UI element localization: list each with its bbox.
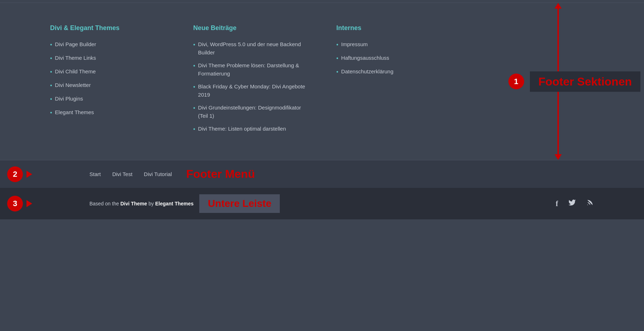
footer-column-internes: Internes Impressum Haftungsausschluss Da… [336, 24, 451, 138]
arrow-right-icon [26, 171, 32, 178]
column-1-list: Divi Page Builder Divi Theme Links Divi … [50, 40, 165, 117]
menu-link-divi-test[interactable]: Divi Test [112, 171, 132, 177]
social-icons: f [556, 199, 594, 209]
list-item: Divi Plugins [50, 95, 165, 103]
column-1-heading: Divi & Elegant Themes [50, 24, 165, 32]
menu-link-divi-tutorial[interactable]: Divi Tutorial [144, 171, 172, 177]
footer-sections-wrapper: Divi & Elegant Themes Divi Page Builder … [0, 3, 644, 160]
svg-point-0 [587, 205, 588, 205]
menu-link-start[interactable]: Start [89, 171, 101, 177]
bottom-annotation-bg: Untere Leiste [199, 194, 280, 213]
list-item: Divi Theme: Listen optimal darstellen [193, 125, 308, 133]
list-item: Haftungsausschluss [336, 54, 451, 63]
elegant-themes-link[interactable]: Elegant Themes [155, 201, 194, 206]
footer-column-divi: Divi & Elegant Themes Divi Page Builder … [50, 24, 165, 138]
column-2-list: Divi, WordPress 5.0 und der neue Backend… [193, 40, 308, 133]
footer-menu-annotation-label: Footer Menü [186, 167, 255, 181]
list-item: Divi Page Builder [50, 40, 165, 49]
menu-badge-row: 2 [7, 166, 32, 182]
footer-menu-links: Start Divi Test Divi Tutorial [89, 171, 172, 177]
facebook-icon[interactable]: f [556, 200, 558, 208]
list-item: Divi, WordPress 5.0 und der neue Backend… [193, 40, 308, 57]
footer-sections-label: Footer Sektionen [530, 71, 640, 92]
footer-menu-bar: 2 Start Divi Test Divi Tutorial Footer M… [0, 160, 644, 188]
column-3-heading: Internes [336, 24, 451, 32]
bottom-text: Based on the Divi Theme by Elegant Theme… [89, 201, 194, 206]
section-annotation-row: 1 Footer Sektionen [508, 71, 640, 92]
list-item: Elegant Themes [50, 108, 165, 117]
list-item: Divi Grundeinstellungen: Designmodifikat… [193, 104, 308, 120]
rss-icon[interactable] [586, 199, 594, 209]
list-item: Datenschutzerklärung [336, 68, 451, 76]
list-item: Divi Theme Links [50, 54, 165, 63]
top-border [0, 0, 644, 3]
column-2-heading: Neue Beiträge [193, 24, 308, 32]
footer-bottom-bar: 3 Based on the Divi Theme by Elegant The… [0, 188, 644, 219]
column-3-list: Impressum Haftungsausschluss Datenschutz… [336, 40, 451, 76]
untere-leiste-label: Untere Leiste [208, 198, 271, 209]
badge-1: 1 [508, 74, 524, 89]
list-item: Impressum [336, 40, 451, 49]
list-item: Divi Theme Probleme lösen: Darstellung &… [193, 62, 308, 78]
bottom-content: Based on the Divi Theme by Elegant Theme… [50, 194, 280, 213]
divi-theme-link[interactable]: Divi Theme [120, 201, 147, 206]
twitter-icon[interactable] [568, 199, 576, 209]
list-item: Black Friday & Cyber Monday: Divi Angebo… [193, 83, 308, 99]
footer-column-neue: Neue Beiträge Divi, WordPress 5.0 und de… [193, 24, 308, 138]
badge-3: 3 [7, 196, 23, 211]
list-item: Divi Child Theme [50, 68, 165, 76]
badge-2: 2 [7, 166, 23, 182]
bottom-badge-row: 3 [7, 196, 32, 211]
bottom-arrow-right-icon [26, 200, 32, 207]
list-item: Divi Newsletter [50, 81, 165, 90]
